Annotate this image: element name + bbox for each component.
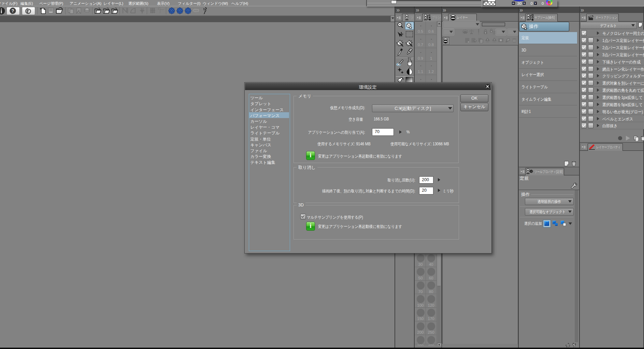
svg-text:?: ? xyxy=(12,8,14,13)
